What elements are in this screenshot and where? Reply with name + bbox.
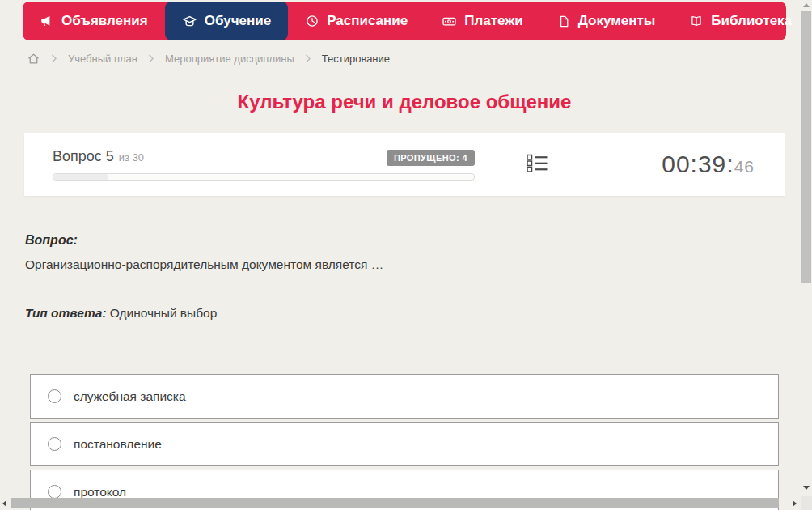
graduation-cap-icon <box>182 14 197 29</box>
megaphone-icon <box>40 14 54 28</box>
nav-item-payments[interactable]: Платежи <box>425 2 540 40</box>
radio-button[interactable] <box>48 437 61 451</box>
nav-label: Платежи <box>464 13 523 29</box>
timer-seconds: 46 <box>734 157 755 176</box>
timer: 00:39:46 <box>662 151 764 178</box>
horizontal-scrollbar[interactable] <box>0 496 801 510</box>
scroll-up-arrow[interactable] <box>803 3 810 7</box>
nav-label: Документы <box>578 13 656 29</box>
radio-button[interactable] <box>48 389 61 403</box>
question-number: Вопрос 5 <box>53 148 114 165</box>
question-progress-group: Вопрос 5 из 30 ПРОПУЩЕНО: 4 <box>53 148 475 181</box>
home-icon[interactable] <box>27 52 40 66</box>
progress-bar <box>53 173 475 181</box>
breadcrumb-item-discipline-event[interactable]: Мероприятие дисциплины <box>165 53 294 65</box>
question-heading: Вопрос: <box>25 233 383 248</box>
timer-hours-minutes: 00:39: <box>662 151 734 177</box>
nav-label: Объявления <box>61 13 148 29</box>
page-title: Культура речи и деловое общение <box>0 91 809 113</box>
breadcrumb-item-testing: Тестирование <box>322 53 390 65</box>
main-nav: Объявления Обучение Расписание Платежи Д… <box>23 2 786 40</box>
nav-label: Библиотека <box>711 13 792 29</box>
question-text: Организационно-распорядительным документ… <box>25 257 383 272</box>
chevron-right-icon <box>305 54 311 63</box>
breadcrumb: Учебный план Мероприятие дисциплины Тест… <box>27 50 390 66</box>
chevron-right-icon <box>51 54 57 63</box>
quiz-header-card: Вопрос 5 из 30 ПРОПУЩЕНО: 4 00:39:46 <box>24 133 785 196</box>
scrollbar-corner <box>801 496 812 510</box>
open-book-icon <box>689 14 704 28</box>
chevron-right-icon <box>148 54 154 63</box>
clock-icon <box>305 14 319 28</box>
nav-item-schedule[interactable]: Расписание <box>288 2 425 40</box>
scroll-left-arrow[interactable] <box>2 500 6 507</box>
question-list-button[interactable] <box>527 153 548 176</box>
answer-option-label: постановление <box>74 437 162 452</box>
answer-option-label: служебная записка <box>74 389 186 404</box>
answer-type-value: Одиночный выбор <box>110 306 218 320</box>
answer-type-label: Тип ответа: <box>25 306 107 320</box>
progress-fill <box>53 174 108 180</box>
breadcrumb-item-curriculum[interactable]: Учебный план <box>68 53 137 65</box>
answer-option-2[interactable]: постановление <box>30 422 779 466</box>
scroll-down-arrow[interactable] <box>803 486 810 490</box>
nav-item-announcements[interactable]: Объявления <box>23 2 165 40</box>
vertical-scrollbar[interactable] <box>801 0 812 496</box>
vertical-scrollbar-thumb[interactable] <box>801 11 811 283</box>
answer-type-line: Тип ответа: Одиночный выбор <box>25 306 383 321</box>
nav-item-library[interactable]: Библиотека <box>672 2 812 40</box>
skipped-badge: ПРОПУЩЕНО: 4 <box>387 150 475 166</box>
quiz-page: Объявления Обучение Расписание Платежи Д… <box>0 0 812 510</box>
answer-option-1[interactable]: служебная записка <box>30 374 779 419</box>
nav-label: Расписание <box>327 13 408 29</box>
document-icon <box>557 15 571 28</box>
question-total: из 30 <box>119 151 144 164</box>
question-block: Вопрос: Организационно-распорядительным … <box>25 233 383 321</box>
nav-label: Обучение <box>205 13 271 29</box>
banknote-icon <box>442 14 457 29</box>
horizontal-scrollbar-thumb[interactable] <box>11 498 779 508</box>
question-list-icon <box>527 153 548 176</box>
nav-item-learning[interactable]: Обучение <box>165 2 288 40</box>
nav-item-documents[interactable]: Документы <box>540 2 673 40</box>
scroll-right-arrow[interactable] <box>793 500 797 507</box>
answer-options: служебная записка постановление протокол <box>30 374 779 510</box>
